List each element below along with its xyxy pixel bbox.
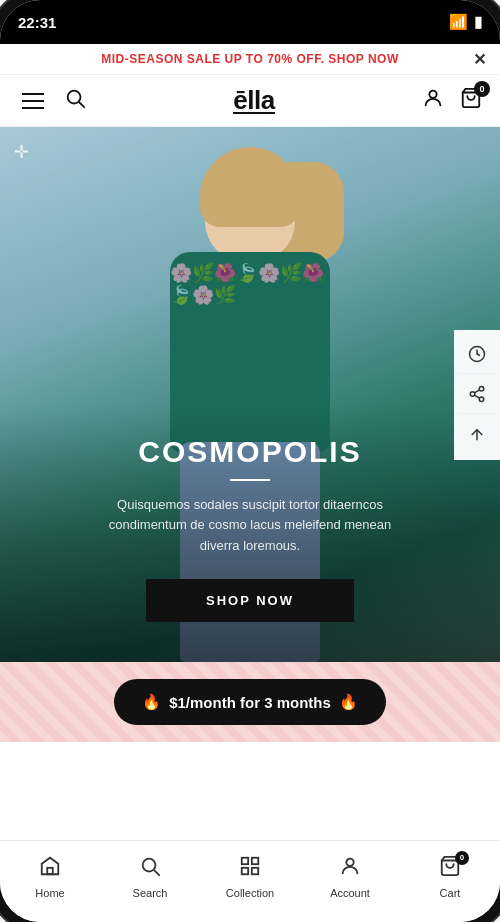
svg-rect-15	[252, 857, 258, 863]
svg-rect-11	[47, 867, 53, 873]
promo-strip-text: $1/month for 3 months	[169, 694, 331, 711]
nav-account[interactable]: Account	[300, 855, 400, 899]
svg-line-8	[474, 395, 479, 398]
phone-frame: 22:31 📶 ▮ MID-SEASON SALE UP TO 70% OFF.…	[0, 0, 500, 922]
status-right: 📶 ▮	[449, 13, 482, 31]
search-button[interactable]	[64, 87, 86, 115]
svg-rect-16	[242, 867, 248, 873]
svg-line-13	[155, 870, 160, 875]
nav-cart-badge: 0	[455, 851, 469, 865]
search-nav-label: Search	[133, 887, 168, 899]
header-right: 0	[422, 87, 482, 115]
fire-left-icon: 🔥	[142, 693, 161, 711]
svg-rect-14	[242, 857, 248, 863]
hero-overlay: COSMOPOLIS Quisquemos sodales suscipit t…	[0, 405, 500, 662]
history-button[interactable]	[458, 336, 496, 374]
side-actions	[454, 330, 500, 460]
header-left	[18, 87, 86, 115]
cart-label: Cart	[440, 887, 461, 899]
battery-icon: ▮	[474, 13, 482, 31]
nav-cart[interactable]: 0 Cart	[400, 855, 500, 899]
account-nav-icon	[339, 855, 361, 883]
hero-description: Quisquemos sodales suscipit tortor ditae…	[90, 495, 410, 557]
svg-line-1	[80, 102, 85, 107]
account-label: Account	[330, 887, 370, 899]
promo-banner: MID-SEASON SALE UP TO 70% OFF. SHOP NOW …	[0, 44, 500, 75]
collection-icon	[239, 855, 261, 883]
nav-search[interactable]: Search	[100, 855, 200, 899]
hero-title: COSMOPOLIS	[30, 435, 470, 469]
promo-strip[interactable]: 🔥 $1/month for 3 months 🔥	[0, 662, 500, 742]
svg-point-2	[429, 90, 436, 97]
svg-point-5	[479, 387, 484, 392]
figure-hair	[200, 147, 300, 227]
svg-point-18	[346, 858, 353, 865]
cart-wrapper: 0	[439, 855, 461, 883]
nav-home[interactable]: Home	[0, 855, 100, 899]
hero-divider	[230, 479, 270, 481]
bottom-nav: Home Search Collection	[0, 840, 500, 922]
logo: ēlla	[233, 85, 274, 116]
header: ēlla 0	[0, 75, 500, 127]
hero-section: ✛ COSMOPOLIS Quisquemos sodales suscipit…	[0, 127, 500, 662]
share-button[interactable]	[458, 376, 496, 414]
cart-badge: 0	[474, 81, 490, 97]
svg-rect-17	[252, 867, 258, 873]
move-icon: ✛	[14, 141, 29, 163]
search-nav-icon	[139, 855, 161, 883]
svg-point-0	[68, 90, 81, 103]
svg-point-6	[470, 392, 475, 397]
svg-point-12	[143, 858, 156, 871]
nav-collection[interactable]: Collection	[200, 855, 300, 899]
menu-button[interactable]	[18, 89, 48, 113]
svg-point-7	[479, 397, 484, 402]
collection-label: Collection	[226, 887, 274, 899]
fire-right-icon: 🔥	[339, 693, 358, 711]
promo-close-button[interactable]: ✕	[473, 50, 487, 69]
home-icon	[39, 855, 61, 883]
account-button[interactable]	[422, 87, 444, 115]
svg-line-9	[474, 390, 479, 393]
scroll-up-button[interactable]	[458, 416, 496, 454]
hero-cta-button[interactable]: SHOP NOW	[146, 579, 354, 622]
promo-pill[interactable]: 🔥 $1/month for 3 months 🔥	[114, 679, 386, 725]
status-bar: 22:31 📶 ▮	[0, 0, 500, 44]
wifi-icon: 📶	[449, 13, 468, 31]
home-label: Home	[35, 887, 64, 899]
promo-text: MID-SEASON SALE UP TO 70% OFF. SHOP NOW	[101, 52, 399, 66]
status-time: 22:31	[18, 14, 56, 31]
cart-button[interactable]: 0	[460, 87, 482, 115]
